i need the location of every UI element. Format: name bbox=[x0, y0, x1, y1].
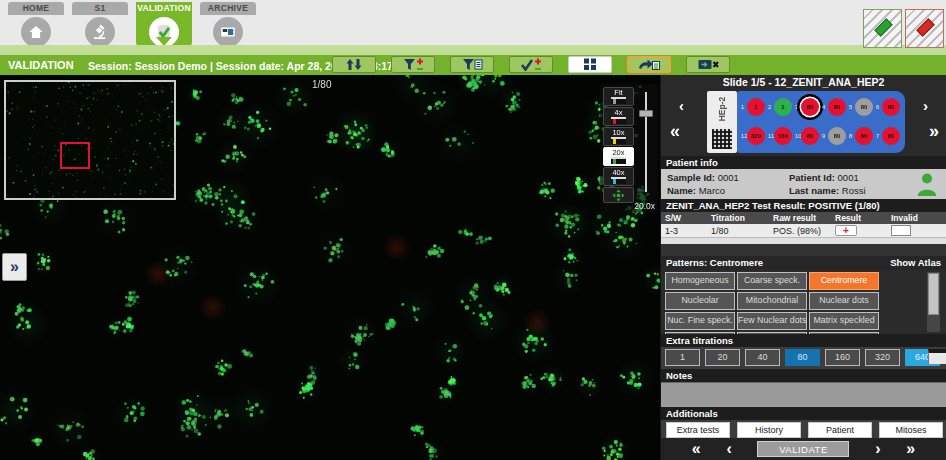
patient-button[interactable]: Patient bbox=[808, 422, 872, 438]
notes-header: Notes bbox=[661, 369, 946, 382]
microscopy-viewer[interactable]: 1/80 » Fit 4x 10x 20x 40x bbox=[0, 75, 660, 460]
close-screen-button[interactable] bbox=[686, 56, 730, 73]
microscope-icon bbox=[85, 17, 115, 47]
filter-report-icon bbox=[461, 58, 483, 71]
current-titration-label: 1/80 bbox=[312, 79, 331, 90]
close-screen-icon bbox=[697, 58, 719, 71]
pattern-matrix-speckled-button[interactable]: Matrix speckled bbox=[809, 312, 879, 330]
bottom-navigation: « ‹ VALIDATE › » bbox=[661, 438, 946, 460]
patient-id-label: Patient Id: bbox=[789, 172, 835, 183]
zoom-slider-track[interactable] bbox=[645, 92, 647, 192]
objective-20x-icon bbox=[611, 157, 626, 164]
slide-first-button[interactable]: « bbox=[670, 121, 680, 142]
tab-home[interactable]: HOME bbox=[8, 2, 64, 45]
notes-textarea[interactable] bbox=[661, 382, 946, 407]
tab-archive[interactable]: ARCHIVE bbox=[200, 2, 256, 45]
check-add-button[interactable] bbox=[509, 56, 553, 73]
expand-sidebar-button[interactable]: » bbox=[2, 253, 27, 281]
top-tab-bar: HOME S1 VALIDATION bbox=[0, 0, 946, 45]
pattern-few-nuclear-dots-button[interactable]: Few Nuclear dots bbox=[737, 312, 807, 330]
slide-type-label: HEp-2 bbox=[707, 91, 737, 153]
patterns-scrollbar-thumb[interactable] bbox=[928, 273, 939, 315]
red-key-keyboard-icon[interactable] bbox=[905, 9, 944, 48]
slide-next-button[interactable]: › bbox=[923, 97, 928, 114]
titration-40-button[interactable]: 40 bbox=[745, 349, 780, 366]
zoom-control-panel: Fit 4x 10x 20x 40x bbox=[600, 84, 658, 212]
tab-s1-label: S1 bbox=[72, 2, 128, 15]
tab-validation[interactable]: VALIDATION bbox=[136, 2, 192, 45]
well-9[interactable]: 980 bbox=[822, 125, 849, 148]
titration-320-button[interactable]: 320 bbox=[865, 349, 900, 366]
extra-tests-button[interactable]: Extra tests bbox=[666, 422, 730, 438]
green-key-keyboard-icon[interactable] bbox=[863, 9, 902, 48]
well-3-selected[interactable]: 380 bbox=[795, 96, 822, 119]
well-2[interactable]: 21 bbox=[768, 96, 795, 119]
test-result-row[interactable]: 1-3 1/80 POS. (98%) + bbox=[661, 224, 946, 237]
well-4[interactable]: 480 bbox=[822, 96, 849, 119]
last-name-label: Last name: bbox=[789, 185, 839, 196]
validate-button[interactable]: VALIDATE bbox=[757, 441, 849, 457]
archive-icon bbox=[213, 17, 243, 47]
patterns-section: Patterns: Centromere Show Atlas Homogene… bbox=[661, 256, 946, 334]
history-button[interactable]: History bbox=[737, 422, 801, 438]
patterns-scrollbar[interactable] bbox=[927, 272, 940, 332]
filter-report-button[interactable] bbox=[450, 56, 494, 73]
prev-sample-button[interactable]: ‹ bbox=[726, 440, 731, 458]
slide-qr-code bbox=[712, 129, 732, 149]
zoom-4x-button[interactable]: 4x bbox=[603, 107, 634, 126]
zoom-fit-button[interactable]: Fit bbox=[603, 87, 634, 106]
positive-plus-icon[interactable]: + bbox=[835, 225, 857, 236]
well-8[interactable]: 880 bbox=[849, 125, 876, 148]
pattern-nuc-fine-speck-button[interactable]: Nuc. Fine speck. bbox=[665, 312, 735, 330]
zoom-40x-button[interactable]: 40x bbox=[603, 167, 634, 186]
grid-view-button[interactable] bbox=[568, 56, 612, 73]
last-name-value: Rossi bbox=[842, 185, 866, 196]
next-sample-button[interactable]: › bbox=[875, 440, 880, 458]
sample-id-label: Sample Id: bbox=[667, 172, 715, 183]
sort-updown-button[interactable] bbox=[332, 56, 376, 73]
minimap-view-rectangle[interactable] bbox=[60, 142, 90, 169]
zoom-10x-button[interactable]: 10x bbox=[603, 127, 634, 146]
send-to-worklist-button[interactable] bbox=[627, 56, 671, 73]
pan-move-button[interactable] bbox=[603, 187, 634, 203]
titration-160-button[interactable]: 160 bbox=[825, 349, 860, 366]
pattern-coarse-speck-button[interactable]: Coarse speck. bbox=[737, 272, 807, 290]
zoom-20x-label: 20x bbox=[612, 148, 624, 157]
well-1[interactable]: 11 bbox=[741, 96, 768, 119]
first-sample-button[interactable]: « bbox=[692, 440, 701, 458]
titration-80-button[interactable]: 80 bbox=[785, 349, 820, 366]
pattern-mitochondrial-button[interactable]: Mitochondrial bbox=[737, 292, 807, 310]
well-5[interactable]: 580 bbox=[849, 96, 876, 119]
overview-minimap[interactable] bbox=[4, 80, 176, 200]
zoom-slider-handle[interactable] bbox=[639, 110, 653, 117]
filter-add-button[interactable] bbox=[391, 56, 435, 73]
tab-s1[interactable]: S1 bbox=[72, 2, 128, 45]
col-invalid: Invalid bbox=[887, 212, 946, 224]
pattern-centromere-button[interactable]: Centromere bbox=[809, 272, 879, 290]
objective-40x-icon bbox=[611, 177, 626, 184]
patient-person-icon[interactable] bbox=[916, 172, 938, 198]
sample-id-value: 0001 bbox=[718, 172, 739, 183]
keypad-icon[interactable] bbox=[928, 349, 946, 364]
pattern-nuclear-dots-button[interactable]: Nuclear dots bbox=[809, 292, 879, 310]
mitoses-button[interactable]: Mitoses bbox=[879, 422, 943, 438]
titration-1-button[interactable]: 1 bbox=[665, 349, 700, 366]
slide-prev-button[interactable]: ‹ bbox=[679, 97, 684, 114]
last-sample-button[interactable]: » bbox=[906, 440, 915, 458]
well-10[interactable]: 1080 bbox=[795, 125, 822, 148]
well-12[interactable]: 12320 bbox=[741, 125, 768, 148]
pattern-homogeneous-button[interactable]: Homogeneous bbox=[665, 272, 735, 290]
zoom-20x-button[interactable]: 20x bbox=[603, 147, 634, 166]
grid-view-icon bbox=[579, 58, 601, 71]
titration-20-button[interactable]: 20 bbox=[705, 349, 740, 366]
invalid-checkbox[interactable] bbox=[891, 225, 911, 236]
pattern-nucleolar-button[interactable]: Nucleolar bbox=[665, 292, 735, 310]
well-7[interactable]: 780 bbox=[876, 125, 903, 148]
test-result-header: ZENIT_ANA_HEP2 Test Result: POSITIVE (1/… bbox=[661, 199, 946, 212]
patterns-header: Patterns: Centromere bbox=[666, 256, 763, 270]
well-6[interactable]: 680 bbox=[876, 96, 903, 119]
well-11[interactable]: 11160 bbox=[768, 125, 795, 148]
show-atlas-link[interactable]: Show Atlas bbox=[890, 256, 941, 270]
slide-last-button[interactable]: » bbox=[929, 121, 939, 142]
zoom-40x-label: 40x bbox=[612, 168, 624, 177]
